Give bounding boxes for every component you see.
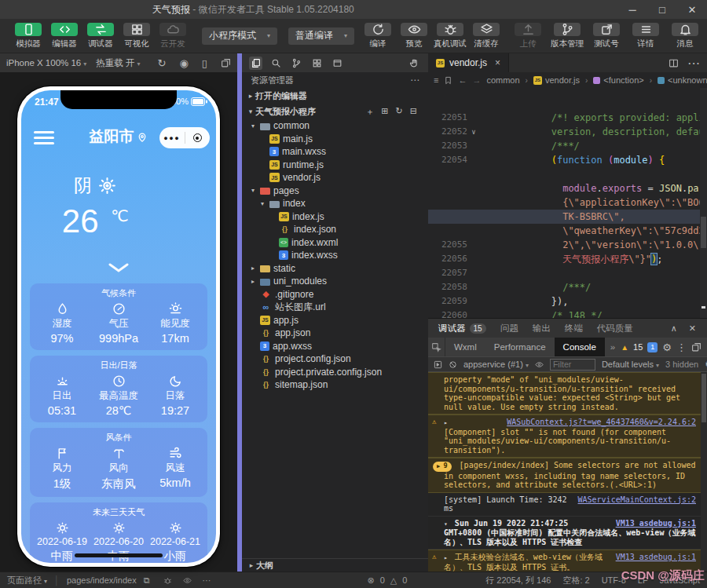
tree-item[interactable]: vendor.js <box>242 171 428 184</box>
tree-item[interactable]: index.json <box>242 223 428 236</box>
maximize-icon[interactable]: □ <box>647 4 677 16</box>
back-icon[interactable]: ← <box>458 75 467 85</box>
fold-icon[interactable]: ∨ <box>467 125 480 139</box>
fold-icon[interactable] <box>467 238 480 252</box>
context-select[interactable]: appservice (#1) ▾ <box>463 360 529 369</box>
log-level-select[interactable]: Default levels ▾ <box>602 360 659 369</box>
breadcrumb-item[interactable]: <function> <box>593 75 643 85</box>
toolbar-right-button[interactable]: 详情 <box>628 23 664 49</box>
mode-button[interactable]: 模拟器 <box>10 23 46 49</box>
new-folder-icon[interactable]: ⊞ <box>381 106 388 118</box>
city-title[interactable]: 益阳市 <box>90 126 148 147</box>
open-editors-section[interactable]: ▸ 打开的编辑器 <box>242 88 428 104</box>
devtools-tab[interactable]: Performance <box>485 338 555 356</box>
rotate-icon[interactable]: ↻ <box>158 57 167 69</box>
tree-item[interactable]: main.wxss <box>242 145 428 159</box>
device-select[interactable]: iPhone X 100% 16▾ <box>6 58 86 68</box>
eval-context-icon[interactable] <box>434 360 442 369</box>
split-editor-icon[interactable] <box>669 58 679 68</box>
mode-button[interactable]: 调试器 <box>82 23 119 49</box>
window-icon[interactable] <box>331 57 344 70</box>
tree-item[interactable]: app.wxss <box>242 340 428 353</box>
fold-icon[interactable] <box>467 210 480 224</box>
source-link[interactable]: WAServiceMainContext.js:2 <box>577 495 696 505</box>
action-button[interactable]: 编译 <box>360 23 396 49</box>
hidden-count[interactable]: 3 hidden <box>665 360 698 369</box>
outline-list-icon[interactable]: ≡ <box>434 75 438 85</box>
tree-item[interactable]: ▾ index <box>242 197 428 210</box>
editor-scrollbar[interactable] <box>700 88 707 318</box>
fold-icon[interactable] <box>467 167 480 181</box>
toolbar-right-button[interactable]: 上传 <box>510 23 546 49</box>
page-path[interactable]: pages/index/index <box>67 575 137 585</box>
console-message[interactable]: property "mode" of "uni_modules/uview-ui… <box>428 372 707 415</box>
fold-icon[interactable] <box>467 139 480 153</box>
fold-icon[interactable] <box>467 280 480 294</box>
tree-item[interactable]: .gitignore <box>242 288 428 301</box>
page-path-select[interactable]: 页面路径 ▾ <box>7 575 47 586</box>
close-tab-icon[interactable]: × <box>495 57 500 68</box>
search-icon[interactable] <box>269 57 283 70</box>
tree-item[interactable]: app.js <box>242 314 428 327</box>
action-button[interactable]: 真机调试 <box>432 23 468 49</box>
console-scrollbar[interactable] <box>701 372 707 572</box>
devtools-tab[interactable]: Wxml <box>445 338 485 356</box>
forward-icon[interactable]: → <box>472 75 481 85</box>
git-branch-icon[interactable] <box>290 57 303 70</box>
inspect-element-icon[interactable] <box>428 338 445 356</box>
action-button[interactable]: 预览 <box>396 23 432 49</box>
action-button[interactable]: 清缓存 <box>468 23 504 49</box>
tree-item[interactable]: index.wxss <box>242 249 428 262</box>
refresh-icon[interactable]: ↻ <box>396 106 403 118</box>
hamburger-menu-icon[interactable] <box>34 131 54 148</box>
console-filter-input[interactable] <box>550 359 595 371</box>
fold-icon[interactable] <box>467 97 480 111</box>
fold-icon[interactable] <box>467 266 480 280</box>
gear-icon[interactable]: ⚙ <box>662 341 672 353</box>
expand-caret-icon[interactable]: ▾ <box>444 520 448 528</box>
indentation[interactable]: 空格: 2 <box>562 575 589 586</box>
tree-item[interactable]: project.private.config.json <box>242 366 428 379</box>
project-section[interactable]: ▾ 天气预报小程序 ＋ ⊞ ↻ ⊟ <box>242 104 428 119</box>
toolbar-right-button[interactable]: 版本管理 <box>549 23 585 49</box>
console-message[interactable]: ⚠ WASubContext.js?t=we_46437460&v=2.24.6… <box>428 415 707 458</box>
expand-caret-icon[interactable]: ▸ <box>444 419 448 426</box>
copy-icon[interactable]: ⧉ <box>144 575 150 586</box>
collapse-panel-icon[interactable]: ∧ <box>671 323 677 334</box>
minimize-icon[interactable]: ─ <box>617 4 647 16</box>
fold-icon[interactable] <box>467 181 480 195</box>
tree-item[interactable]: ▾ pages <box>242 184 428 198</box>
breadcrumb-item[interactable]: <unknown <box>658 75 707 85</box>
compile-select[interactable]: 普通编译 ▾ <box>288 27 354 45</box>
source-link[interactable]: VM13 asdebug.js:1 <box>616 519 696 528</box>
more-actions-icon[interactable]: ⋯ <box>687 56 700 71</box>
tree-item[interactable]: project.config.json <box>242 352 428 366</box>
editor-tab[interactable]: JS vendor.js × <box>428 53 509 72</box>
tree-item[interactable]: 站长图库.url <box>242 301 428 314</box>
debugger-tab[interactable]: 输出 <box>526 323 558 334</box>
close-icon[interactable]: ✕ <box>677 4 707 16</box>
tree-item[interactable]: ▸ uni_modules <box>242 275 428 288</box>
tree-item[interactable]: index.wxml <box>242 236 428 250</box>
mode-button[interactable]: 编辑器 <box>46 23 82 49</box>
fold-icon[interactable] <box>467 294 480 309</box>
tree-item[interactable]: sitemap.json <box>242 378 428 392</box>
new-file-icon[interactable]: ＋ <box>365 106 374 118</box>
mode-button[interactable]: 云开发 <box>155 23 191 49</box>
fold-icon[interactable] <box>467 195 480 210</box>
more-tabs-icon[interactable]: » <box>605 342 621 352</box>
more-actions-icon[interactable]: ⋯ <box>203 575 211 586</box>
fold-icon[interactable] <box>467 224 480 238</box>
breadcrumb-item[interactable]: JSvendor.js <box>533 75 580 85</box>
hot-reload-select[interactable]: 热重载 开▾ <box>96 57 140 69</box>
tree-item[interactable]: app.json <box>242 327 428 340</box>
expand-chevron-icon[interactable] <box>108 263 130 272</box>
extensions-icon[interactable] <box>310 57 324 70</box>
problems-summary[interactable]: ⊗0 △0 <box>368 575 408 586</box>
debugger-tab[interactable]: 问题 <box>493 323 526 334</box>
more-dots-icon[interactable]: ●●● <box>159 134 185 142</box>
outline-section[interactable]: ▸ 大纲 <box>242 558 428 572</box>
expand-caret-icon[interactable]: ▸ <box>444 554 448 561</box>
live-expression-eye-icon[interactable] <box>535 360 544 369</box>
record-icon[interactable]: ◉ <box>180 57 189 69</box>
